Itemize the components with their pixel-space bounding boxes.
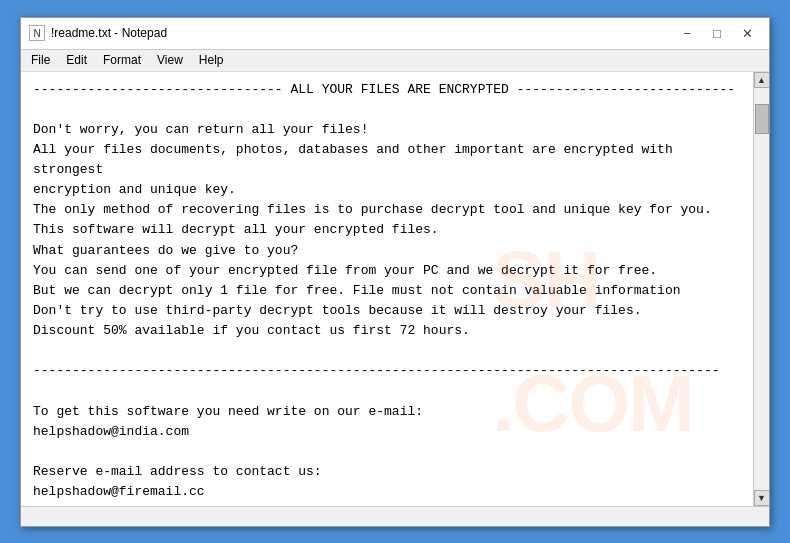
- text-editor[interactable]: SH.COM -------------------------------- …: [21, 72, 753, 506]
- title-bar: N !readme.txt - Notepad − □ ✕: [21, 18, 769, 50]
- email-1: helpshadow@india.com: [33, 422, 741, 442]
- reserve-intro: Reserve e-mail address to contact us:: [33, 462, 741, 482]
- scroll-thumb[interactable]: [755, 104, 769, 134]
- close-button[interactable]: ✕: [733, 22, 761, 44]
- title-bar-left: N !readme.txt - Notepad: [29, 25, 167, 41]
- menu-help[interactable]: Help: [193, 51, 230, 69]
- line-10: Discount 50% available if you contact us…: [33, 321, 741, 341]
- menu-edit[interactable]: Edit: [60, 51, 93, 69]
- scroll-up-button[interactable]: ▲: [754, 72, 770, 88]
- scrollbar-vertical[interactable]: ▲ ▼: [753, 72, 769, 506]
- email-2: helpshadow@firemail.cc: [33, 482, 741, 502]
- title-bar-controls: − □ ✕: [673, 22, 761, 44]
- app-icon: N: [29, 25, 45, 41]
- minimize-button[interactable]: −: [673, 22, 701, 44]
- separator-line-1: -------------------------------- ALL YOU…: [33, 80, 741, 100]
- content-area: SH.COM -------------------------------- …: [21, 72, 769, 506]
- line-3: encryption and unique key.: [33, 180, 741, 200]
- window-title: !readme.txt - Notepad: [51, 26, 167, 40]
- scroll-down-button[interactable]: ▼: [754, 490, 770, 506]
- email-intro: To get this software you need write on o…: [33, 402, 741, 422]
- line-9: Don't try to use third-party decrypt too…: [33, 301, 741, 321]
- line-6: What guarantees do we give to you?: [33, 241, 741, 261]
- maximize-button[interactable]: □: [703, 22, 731, 44]
- menu-format[interactable]: Format: [97, 51, 147, 69]
- separator-line-2: ----------------------------------------…: [33, 361, 741, 381]
- notepad-window: N !readme.txt - Notepad − □ ✕ File Edit …: [20, 17, 770, 527]
- line-4: The only method of recovering files is t…: [33, 200, 741, 220]
- line-7: You can send one of your encrypted file …: [33, 261, 741, 281]
- app-icon-letter: N: [33, 28, 40, 39]
- line-2: All your files documents, photos, databa…: [33, 140, 741, 180]
- menu-bar: File Edit Format View Help: [21, 50, 769, 72]
- menu-view[interactable]: View: [151, 51, 189, 69]
- line-1: Don't worry, you can return all your fil…: [33, 120, 741, 140]
- status-bar: [21, 506, 769, 526]
- menu-file[interactable]: File: [25, 51, 56, 69]
- line-8: But we can decrypt only 1 file for free.…: [33, 281, 741, 301]
- line-5: This software will decrypt all your encr…: [33, 220, 741, 240]
